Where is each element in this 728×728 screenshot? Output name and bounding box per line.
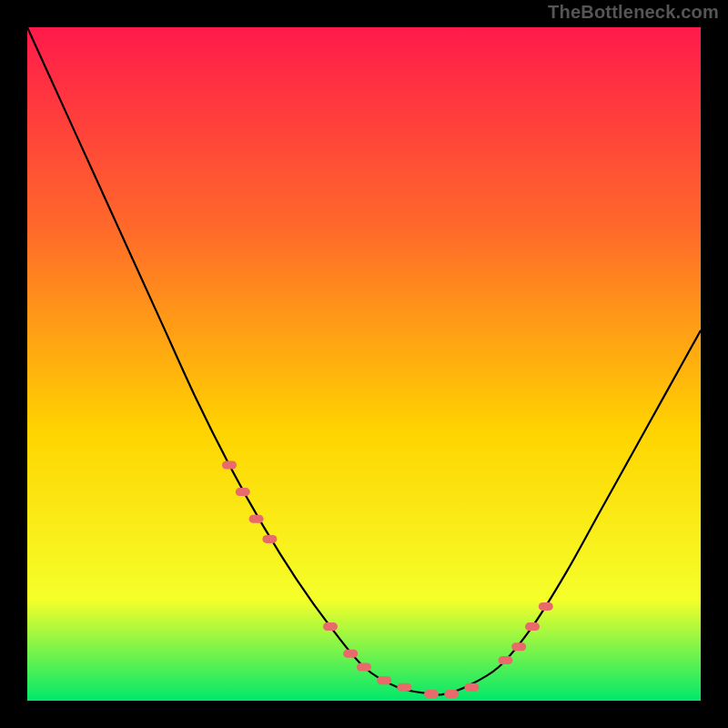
chart-frame: TheBottleneck.com (0, 0, 728, 728)
marker-dot (525, 622, 540, 631)
marker-dot (424, 690, 439, 698)
marker-dot (464, 683, 479, 692)
marker-dot (343, 650, 358, 658)
bottleneck-chart (27, 27, 701, 701)
marker-dot (222, 461, 237, 470)
plot-area (27, 27, 701, 701)
marker-dot (377, 676, 391, 684)
marker-dot (262, 535, 277, 543)
marker-dot (357, 663, 371, 672)
marker-dot (498, 656, 512, 664)
marker-dot (249, 515, 264, 523)
marker-dot (397, 683, 411, 692)
marker-dot (511, 642, 526, 651)
marker-dot (236, 488, 250, 496)
watermark-text: TheBottleneck.com (548, 2, 719, 23)
marker-dot (444, 690, 459, 698)
gradient-background (27, 27, 701, 701)
marker-dot (539, 602, 553, 611)
marker-dot (323, 622, 338, 631)
